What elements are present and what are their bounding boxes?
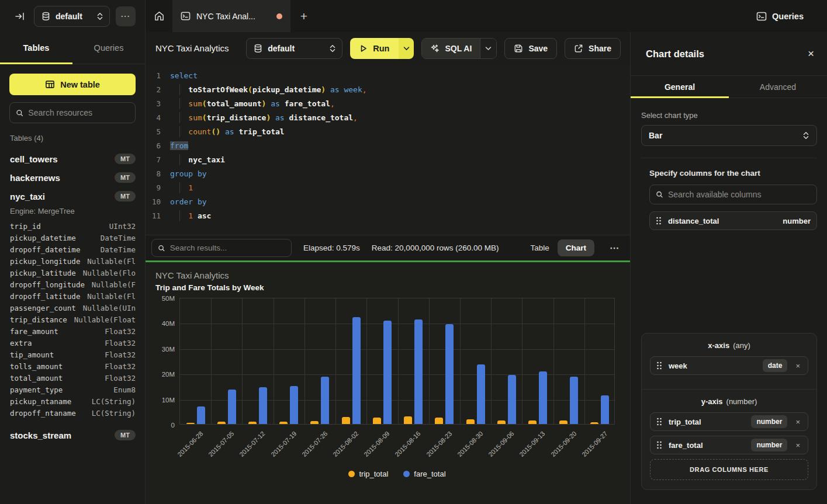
table-column-row[interactable]: trip_idUInt32 [10, 220, 136, 232]
legend-item-fare_total[interactable]: fare_total [403, 470, 445, 478]
trip_total-bar[interactable] [559, 420, 568, 425]
bar-group[interactable] [460, 298, 491, 424]
sql-ai-button[interactable]: SQL AI [422, 39, 480, 58]
table-column-row[interactable]: pickup_longitudeNullable(Fl [10, 255, 136, 267]
table-column-row[interactable]: extraFloat32 [10, 337, 136, 349]
drag-handle-icon[interactable] [656, 362, 662, 370]
save-button[interactable]: Save [504, 38, 557, 59]
bar-group[interactable] [335, 298, 366, 424]
trip_total-bar[interactable] [590, 422, 598, 424]
table-column-row[interactable]: dropoff_longitudeNullable(F [10, 279, 136, 290]
bar-group[interactable] [274, 298, 304, 424]
table-column-row[interactable]: trip_distanceNullable(Float [10, 314, 136, 325]
sql-ai-options-button[interactable] [480, 39, 496, 58]
bar-group[interactable] [242, 298, 273, 424]
bar-group[interactable] [584, 298, 615, 424]
remove-column-button[interactable]: × [794, 362, 802, 370]
trip_total-bar[interactable] [310, 421, 319, 424]
editor-line[interactable]: 1select [146, 68, 630, 82]
editor-line[interactable]: 10order by [146, 194, 630, 208]
bar-group[interactable] [553, 298, 584, 424]
fare_total-bar[interactable] [539, 371, 547, 424]
tab-general[interactable]: General [631, 76, 729, 98]
table-column-row[interactable]: pickup_ntanameLC(String) [10, 395, 136, 407]
fare_total-bar[interactable] [445, 324, 454, 424]
table-column-row[interactable]: dropoff_latitudeNullable(Fl [10, 290, 136, 302]
results-more-button[interactable]: ⋯ [606, 242, 623, 253]
fare_total-bar[interactable] [352, 317, 361, 424]
bar-group[interactable] [398, 298, 429, 424]
trip_total-bar[interactable] [279, 422, 288, 424]
queries-button[interactable]: Queries [750, 0, 827, 32]
sidebar-search[interactable] [9, 102, 136, 123]
table-column-row[interactable]: tip_amountFloat32 [10, 349, 136, 360]
table-column-row[interactable]: dropoff_datetimeDateTime [10, 244, 136, 255]
columns-search-input[interactable] [668, 190, 811, 199]
sidebar-more-button[interactable]: ··· [116, 6, 136, 26]
run-button[interactable]: Run [350, 38, 399, 59]
bar-group[interactable] [211, 298, 242, 424]
drag-handle-icon[interactable] [656, 441, 662, 449]
bar-group[interactable] [429, 298, 460, 424]
editor-line[interactable]: 3 sum(total_amount) as fare_total, [146, 96, 630, 110]
trip_total-bar[interactable] [217, 422, 226, 424]
available-column-distance-total[interactable]: distance_total number [649, 211, 817, 230]
fare_total-bar[interactable] [477, 364, 485, 424]
results-search-input[interactable] [170, 244, 285, 252]
close-panel-button[interactable]: × [808, 47, 814, 60]
y-axis-chip-fare-total[interactable]: fare_total number × [650, 436, 808, 454]
new-table-button[interactable]: New table [9, 74, 136, 95]
view-toggle-chart[interactable]: Chart [558, 239, 594, 256]
fare_total-bar[interactable] [601, 395, 609, 424]
legend-item-trip_total[interactable]: trip_total [348, 470, 388, 478]
trip_total-bar[interactable] [404, 416, 412, 424]
table-column-row[interactable]: fare_amountFloat32 [10, 325, 136, 337]
tab-advanced[interactable]: Advanced [729, 76, 827, 98]
table-column-row[interactable]: total_amountFloat32 [10, 372, 136, 384]
fare_total-bar[interactable] [228, 390, 236, 424]
table-column-row[interactable]: pickup_latitudeNullable(Flo [10, 267, 136, 279]
table-item-hackernews[interactable]: hackernews MT [10, 168, 136, 187]
y-axis-chip-trip-total[interactable]: trip_total number × [650, 412, 808, 431]
share-button[interactable]: Share [565, 38, 621, 59]
fare_total-bar[interactable] [508, 375, 516, 424]
sidebar-database-selector[interactable]: default [34, 6, 110, 27]
trip_total-bar[interactable] [342, 417, 350, 424]
sidebar-tab-tables[interactable]: Tables [0, 32, 72, 64]
results-search[interactable] [151, 239, 292, 257]
editor-line[interactable]: 4 sum(trip_distance) as distance_total, [146, 110, 630, 124]
fare_total-bar[interactable] [197, 406, 205, 424]
fare_total-bar[interactable] [383, 321, 392, 424]
view-toggle-table[interactable]: Table [522, 239, 557, 256]
editor-line[interactable]: 9 1 [146, 180, 630, 194]
trip_total-bar[interactable] [373, 418, 381, 424]
fare_total-bar[interactable] [290, 386, 298, 424]
fare_total-bar[interactable] [570, 377, 578, 424]
editor-line[interactable]: 2 toStartOfWeek(pickup_datetime) as week… [146, 82, 630, 96]
fare_total-bar[interactable] [259, 387, 267, 424]
chart-type-select[interactable]: Bar [641, 125, 817, 146]
table-item-nyc-taxi[interactable]: nyc_taxi MT [10, 187, 136, 206]
editor-line[interactable]: 6from [146, 138, 630, 152]
table-column-row[interactable]: pickup_datetimeDateTime [10, 232, 136, 244]
sql-editor[interactable]: 1select2 toStartOfWeek(pickup_datetime) … [146, 64, 630, 235]
trip_total-bar[interactable] [466, 419, 475, 424]
bar-group[interactable] [304, 298, 335, 424]
fare_total-bar[interactable] [321, 377, 329, 424]
drag-columns-drop-zone[interactable]: DRAG COLUMNS HERE [650, 459, 808, 480]
bar-group[interactable] [180, 298, 211, 424]
sidebar-search-input[interactable] [28, 108, 129, 117]
editor-line[interactable]: 5 count() as trip_total [146, 124, 630, 138]
fare_total-bar[interactable] [414, 319, 423, 424]
table-column-row[interactable]: passenger_countNullable(UIn [10, 302, 136, 314]
bar-group[interactable] [366, 298, 397, 424]
toolbar-database-selector[interactable]: default [246, 38, 342, 59]
run-options-button[interactable] [399, 38, 414, 59]
trip_total-bar[interactable] [248, 422, 257, 424]
drag-handle-icon[interactable] [656, 217, 662, 225]
columns-search[interactable] [649, 185, 817, 204]
editor-line[interactable]: 7 nyc_taxi [146, 152, 630, 166]
table-item-cell-towers[interactable]: cell_towers MT [10, 150, 136, 168]
trip_total-bar[interactable] [435, 418, 443, 424]
editor-line[interactable]: 8group by [146, 166, 630, 180]
